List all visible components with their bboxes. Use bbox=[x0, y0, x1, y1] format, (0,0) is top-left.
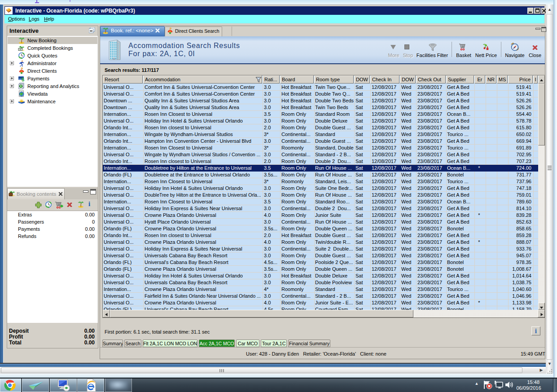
svg-text:$: $ bbox=[22, 77, 24, 82]
